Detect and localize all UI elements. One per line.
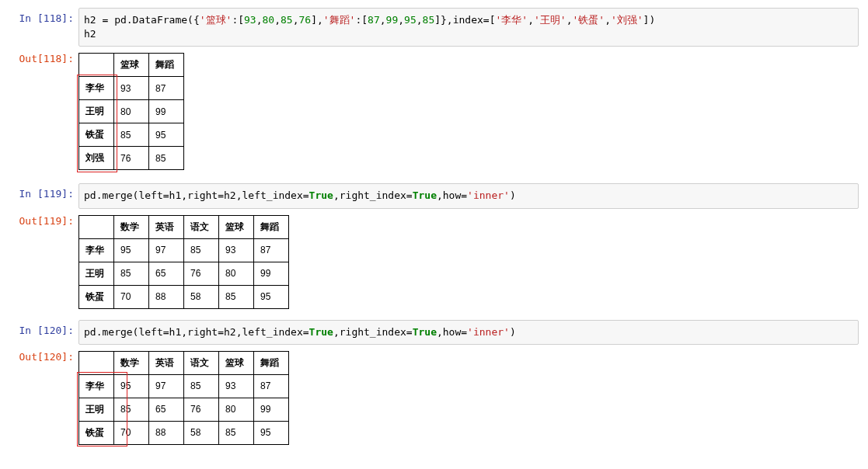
column-header: 语文: [184, 215, 219, 238]
input-cell-120: In [120]: pd.merge(left=h1,right=h2,left…: [0, 320, 868, 345]
input-cell-119: In [119]: pd.merge(left=h1,right=h2,left…: [0, 183, 868, 208]
row-index: 李华: [79, 77, 114, 100]
column-header: 舞蹈: [254, 351, 289, 374]
table-row: 铁蛋7088588595: [79, 421, 289, 444]
output-cell-119: Out[119]: 数学英语语文篮球舞蹈李华9597859387王明856576…: [0, 210, 868, 318]
column-header: 数学: [114, 215, 149, 238]
output-cell-120: Out[120]: 数学英语语文篮球舞蹈李华9597859387王明856576…: [0, 346, 868, 457]
table-cell: 93: [219, 238, 254, 262]
output-cell-118: Out[118]: 篮球舞蹈李华9387王明8099铁蛋8595刘强7685: [0, 48, 868, 182]
table-cell: 85: [219, 421, 254, 444]
table-cell: 93: [219, 374, 254, 398]
out-prompt-119: Out[119]:: [0, 210, 78, 228]
row-index: 李华: [79, 374, 114, 398]
output-area-120: 数学英语语文篮球舞蹈李华9597859387王明8565768099铁蛋7088…: [78, 346, 868, 457]
column-header: 篮球: [114, 54, 149, 77]
table-cell: 58: [184, 285, 219, 308]
table-row: 王明8099: [79, 100, 184, 123]
table-cell: 58: [184, 421, 219, 444]
table-row: 王明8565768099: [79, 262, 289, 285]
table-cell: 99: [254, 262, 289, 285]
table-row: 王明8565768099: [79, 398, 289, 421]
table-cell: 70: [114, 285, 149, 308]
table-wrapper-120: 数学英语语文篮球舞蹈李华9597859387王明8565768099铁蛋7088…: [78, 349, 289, 445]
output-area-119: 数学英语语文篮球舞蹈李华9597859387王明8565768099铁蛋7088…: [78, 210, 868, 318]
output-area-118: 篮球舞蹈李华9387王明8099铁蛋8595刘强7685: [78, 48, 868, 182]
table-cell: 80: [219, 398, 254, 421]
table-cell: 95: [114, 374, 149, 398]
table-cell: 76: [184, 398, 219, 421]
table-cell: 85: [219, 285, 254, 308]
column-header: [79, 215, 114, 238]
row-index: 王明: [79, 262, 114, 285]
table-row: 李华9387: [79, 77, 184, 100]
table-row: 李华9597859387: [79, 374, 289, 398]
column-header: 语文: [184, 351, 219, 374]
code-input-120[interactable]: pd.merge(left=h1,right=h2,left_index=Tru…: [78, 320, 859, 345]
table-cell: 88: [149, 421, 184, 444]
dataframe-table-119: 数学英语语文篮球舞蹈李华9597859387王明8565768099铁蛋7088…: [78, 215, 289, 309]
row-index: 王明: [79, 398, 114, 421]
code-input-119[interactable]: pd.merge(left=h1,right=h2,left_index=Tru…: [78, 183, 859, 208]
out-prompt-118: Out[118]:: [0, 48, 78, 65]
input-cell-118: In [118]: h2 = pd.DataFrame({'篮球':[93,80…: [0, 8, 868, 47]
table-cell: 95: [114, 238, 149, 262]
out-prompt-120: Out[120]:: [0, 346, 78, 363]
table-cell: 99: [149, 100, 184, 123]
code-input-118[interactable]: h2 = pd.DataFrame({'篮球':[93,80,85,76],'舞…: [78, 8, 859, 47]
table-cell: 80: [114, 100, 149, 123]
table-cell: 80: [219, 262, 254, 285]
table-cell: 85: [114, 262, 149, 285]
column-header: [79, 54, 114, 77]
row-index: 铁蛋: [79, 123, 114, 147]
row-index: 李华: [79, 238, 114, 262]
dataframe-table-118: 篮球舞蹈李华9387王明8099铁蛋8595刘强7685: [78, 53, 184, 170]
row-index: 王明: [79, 100, 114, 123]
table-cell: 85: [184, 238, 219, 262]
table-cell: 85: [114, 123, 149, 147]
table-cell: 70: [114, 421, 149, 444]
table-cell: 76: [114, 147, 149, 170]
column-header: 英语: [149, 215, 184, 238]
row-index: 刘强: [79, 147, 114, 170]
table-wrapper-118: 篮球舞蹈李华9387王明8099铁蛋8595刘强7685: [78, 51, 184, 170]
column-header: 篮球: [219, 351, 254, 374]
table-cell: 65: [149, 262, 184, 285]
table-cell: 97: [149, 374, 184, 398]
column-header: 英语: [149, 351, 184, 374]
table-cell: 93: [114, 77, 149, 100]
row-index: 铁蛋: [79, 285, 114, 308]
in-prompt-119: In [119]:: [0, 183, 78, 200]
table-cell: 97: [149, 238, 184, 262]
table-cell: 65: [149, 398, 184, 421]
table-row: 刘强7685: [79, 147, 184, 170]
table-cell: 87: [149, 77, 184, 100]
table-row: 铁蛋7088588595: [79, 285, 289, 308]
column-header: 数学: [114, 351, 149, 374]
table-cell: 85: [184, 374, 219, 398]
table-cell: 95: [254, 285, 289, 308]
in-prompt-118: In [118]:: [0, 8, 78, 25]
column-header: 舞蹈: [254, 215, 289, 238]
table-row: 铁蛋8595: [79, 123, 184, 147]
table-cell: 76: [184, 262, 219, 285]
table-cell: 95: [254, 421, 289, 444]
table-row: 李华9597859387: [79, 238, 289, 262]
table-cell: 95: [149, 123, 184, 147]
row-index: 铁蛋: [79, 421, 114, 444]
table-cell: 99: [254, 398, 289, 421]
column-header: [79, 351, 114, 374]
table-cell: 87: [254, 238, 289, 262]
table-cell: 85: [149, 147, 184, 170]
column-header: 舞蹈: [149, 54, 184, 77]
table-cell: 87: [254, 374, 289, 398]
dataframe-table-120: 数学英语语文篮球舞蹈李华9597859387王明8565768099铁蛋7088…: [78, 351, 289, 445]
in-prompt-120: In [120]:: [0, 320, 78, 337]
column-header: 篮球: [219, 215, 254, 238]
table-cell: 88: [149, 285, 184, 308]
table-cell: 85: [114, 398, 149, 421]
